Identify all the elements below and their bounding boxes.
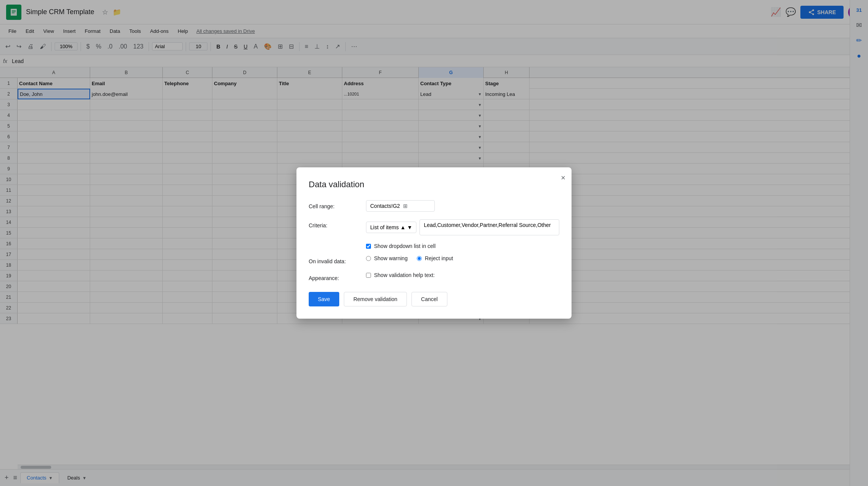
invalid-data-row: On invalid data: Show warning Reject inp…: [309, 255, 559, 264]
criteria-controls: List of items ▲ ▼ Lead,Customer,Vendor,P…: [366, 219, 559, 235]
criteria-label: Criteria:: [309, 219, 366, 228]
modal-overlay[interactable]: × Data validation Cell range: Contacts!G…: [0, 0, 868, 486]
show-dropdown-checkbox[interactable]: [366, 244, 371, 249]
cell-range-row: Cell range: Contacts!G2 ⊞: [309, 200, 559, 212]
show-dropdown-row: Show dropdown list in cell: [366, 243, 559, 249]
modal-title: Data validation: [309, 180, 559, 190]
show-dropdown-label[interactable]: Show dropdown list in cell: [374, 243, 436, 249]
cell-range-value: Contacts!G2: [370, 203, 400, 209]
grid-icon[interactable]: ⊞: [403, 203, 408, 209]
criteria-value-input[interactable]: Lead,Customer,Vendor,Partner,Referral So…: [419, 219, 559, 235]
show-warning-label: Show warning: [374, 255, 408, 261]
remove-validation-button[interactable]: Remove validation: [344, 292, 407, 306]
invalid-data-options: Show warning Reject input: [366, 255, 453, 261]
cell-range-label: Cell range:: [309, 200, 366, 209]
cell-range-controls: Contacts!G2 ⊞: [366, 200, 559, 212]
appearance-row: Appearance: Show validation help text:: [309, 272, 559, 281]
data-validation-modal: × Data validation Cell range: Contacts!G…: [296, 167, 572, 319]
help-text-checkbox[interactable]: [366, 273, 371, 278]
cell-range-input[interactable]: Contacts!G2 ⊞: [366, 200, 435, 212]
cancel-button[interactable]: Cancel: [411, 292, 447, 306]
reject-input-option[interactable]: Reject input: [417, 255, 453, 261]
save-button[interactable]: Save: [309, 292, 339, 306]
criteria-up-arrow: ▲: [400, 224, 406, 230]
criteria-row: Criteria: List of items ▲ ▼ Lead,Custome…: [309, 219, 559, 235]
criteria-type-selector[interactable]: List of items ▲ ▼: [366, 222, 416, 233]
criteria-type-value: List of items: [370, 224, 399, 230]
show-warning-radio[interactable]: [366, 256, 371, 261]
criteria-down-arrow: ▼: [407, 224, 413, 230]
reject-input-radio[interactable]: [417, 256, 422, 261]
appearance-controls: Show validation help text:: [366, 272, 559, 278]
modal-close-button[interactable]: ×: [561, 173, 565, 182]
reject-input-label: Reject input: [425, 255, 453, 261]
show-warning-option[interactable]: Show warning: [366, 255, 408, 261]
invalid-data-label: On invalid data:: [309, 255, 366, 264]
appearance-label: Appearance:: [309, 272, 366, 281]
modal-actions: Save Remove validation Cancel: [309, 292, 559, 306]
help-text-label[interactable]: Show validation help text:: [374, 272, 435, 278]
